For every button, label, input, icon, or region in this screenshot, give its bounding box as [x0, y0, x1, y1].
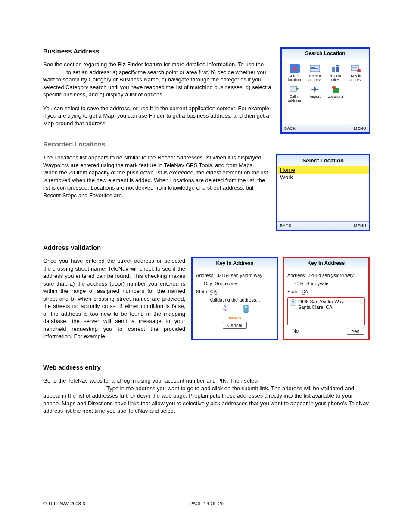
- key-in-address-figures: Key In Address Address: 32554 san ysidro…: [191, 257, 370, 340]
- icon-label: Locations: [328, 95, 343, 99]
- softkey-back[interactable]: BACK: [284, 126, 296, 131]
- list-item-work[interactable]: Work: [277, 174, 369, 181]
- value-state: CA: [302, 289, 308, 295]
- cancel-button[interactable]: Cancel: [223, 322, 247, 329]
- paragraph: The Locations list appears to be similar…: [43, 154, 270, 199]
- question-icon: ?: [290, 299, 296, 306]
- svg-rect-15: [245, 306, 247, 308]
- suggestion-box: ? 2998 San Ysidro Way Santa Clara, CA: [287, 297, 365, 325]
- icon-locations[interactable]: Locations: [325, 84, 346, 103]
- svg-rect-11: [290, 86, 297, 91]
- buildings-icon: [330, 64, 341, 73]
- footer-page-number: PAGE 14 OF 29: [190, 501, 224, 506]
- select-location-screen: Select Location Home Work BACK MENU: [276, 154, 370, 231]
- pin-map-icon: [330, 84, 341, 94]
- screen-title: Search Location: [282, 49, 369, 59]
- svg-rect-4: [332, 67, 335, 72]
- icon-current-location[interactable]: Current location: [284, 64, 305, 82]
- business-address-text: Business Address See the section regardi…: [43, 47, 274, 133]
- recorded-locations-section: The Locations list appears to be similar…: [43, 154, 370, 231]
- search-location-screen: Search Location Current location Recent …: [280, 47, 370, 134]
- icon-call-in-address[interactable]: Call in address: [284, 84, 305, 103]
- svg-rect-6: [336, 66, 337, 67]
- heading-web-address-entry: Web address entry: [43, 364, 370, 371]
- key-in-address-validating: Key In Address Address: 32554 san ysidro…: [191, 257, 278, 340]
- suggestion-line2: Santa Clara, CA: [298, 305, 344, 310]
- icon-label: Key in address: [349, 74, 362, 82]
- text: . Type in the address you want to go to …: [43, 385, 369, 414]
- icon-grid: Current location Recent address Recent c…: [282, 59, 369, 124]
- icon-label: Current location: [288, 74, 301, 82]
- form-body: Address: 32554 san ysidro way City: Sunn…: [193, 269, 277, 333]
- brand-label: TeleNav: [196, 316, 274, 320]
- location-list: Home Work: [277, 166, 369, 221]
- icon-label: Call in address: [288, 95, 301, 103]
- validating-message: Validating the address...: [196, 297, 274, 302]
- label-state: State:: [196, 289, 209, 294]
- softkey-menu[interactable]: MENU: [354, 126, 367, 131]
- value-address: 32554 san ysidro way: [308, 273, 353, 278]
- paragraph: You can select to save the address, or u…: [43, 105, 274, 128]
- text: See the section regarding the Biz Finder…: [43, 61, 264, 68]
- text: to set an address: a) specify the search…: [43, 69, 271, 98]
- icon-key-in-address[interactable]: Key in address: [346, 64, 367, 82]
- text: .: [82, 415, 84, 422]
- label-city: City:: [295, 281, 305, 286]
- screen-footer: BACK MENU: [282, 124, 369, 132]
- svg-rect-3: [311, 68, 318, 69]
- icon-label: Recent cities: [330, 74, 341, 82]
- page-footer: © TELENAV 2003-6 PAGE 14 OF 29: [43, 501, 370, 506]
- screen-footer: BACK MENU: [277, 221, 369, 230]
- card-icon: [309, 64, 321, 73]
- value-city: Sunnyvale: [215, 281, 254, 286]
- icon-airport[interactable]: Airport: [305, 84, 326, 103]
- label-state: State:: [287, 289, 300, 294]
- paragraph: See the section regarding the Biz Finder…: [43, 61, 274, 99]
- map-arrow-icon: [289, 64, 300, 73]
- suggestion-text: 2998 San Ysidro Way Santa Clara, CA: [298, 299, 344, 310]
- softkey-menu[interactable]: MENU: [354, 224, 367, 228]
- icon-recent-address[interactable]: Recent address: [305, 64, 326, 82]
- text: Go to the TeleNav website, and log in us…: [43, 377, 258, 384]
- suggestion-line1: 2998 San Ysidro Way: [298, 299, 344, 305]
- search-location-figure: Search Location Current location Recent …: [280, 47, 370, 134]
- svg-rect-9: [352, 67, 357, 68]
- phone-card-icon: [289, 84, 300, 94]
- screen-title: Key In Address: [193, 258, 277, 269]
- icon-label: Recent address: [308, 74, 321, 82]
- phone-icon: [243, 304, 249, 314]
- keyboard-card-icon: [350, 64, 361, 73]
- icon-label: Airport: [310, 95, 321, 99]
- value-address: 32554 san ysidro way: [216, 273, 262, 278]
- address-validation-section: Once you have entered the street address…: [43, 257, 370, 346]
- airplane-icon: [309, 84, 321, 94]
- icon-recent-cities[interactable]: Recent cities: [325, 64, 346, 82]
- svg-point-13: [332, 86, 336, 89]
- label-address: Address:: [287, 273, 306, 278]
- satellite-icon: [220, 304, 230, 314]
- heading-recorded-locations: Recorded Locations: [43, 140, 370, 148]
- svg-rect-5: [336, 65, 339, 72]
- list-item-home[interactable]: Home: [277, 166, 369, 174]
- label-address: Address:: [196, 273, 215, 278]
- document-page: Business Address See the section regardi…: [0, 0, 411, 532]
- footer-copyright: © TELENAV 2003-6: [43, 501, 85, 506]
- label-city: City:: [204, 281, 213, 286]
- yes-button[interactable]: Yes: [347, 328, 364, 335]
- value-state: CA: [210, 289, 217, 295]
- key-in-address-suggest: Key In Address Address: 32554 san ysidro…: [283, 257, 370, 340]
- business-address-section: Business Address See the section regardi…: [43, 47, 370, 134]
- paragraph: Go to the TeleNav website, and log in us…: [43, 377, 370, 422]
- no-button[interactable]: No: [288, 328, 303, 335]
- recorded-locations-text: The Locations list appears to be similar…: [43, 154, 270, 205]
- softkey-back[interactable]: BACK: [280, 224, 292, 228]
- heading-address-validation: Address validation: [43, 244, 370, 251]
- heading-business-address: Business Address: [43, 47, 274, 55]
- paragraph: Once you have entered the street address…: [43, 257, 185, 340]
- svg-point-10: [357, 69, 361, 72]
- value-city: Sunnyvale: [306, 281, 345, 286]
- select-location-figure: Select Location Home Work BACK MENU: [276, 154, 370, 231]
- address-validation-text: Once you have entered the street address…: [43, 257, 185, 346]
- form-body: Address: 32554 san ysidro way City: Sunn…: [284, 269, 368, 339]
- svg-rect-2: [311, 67, 315, 68]
